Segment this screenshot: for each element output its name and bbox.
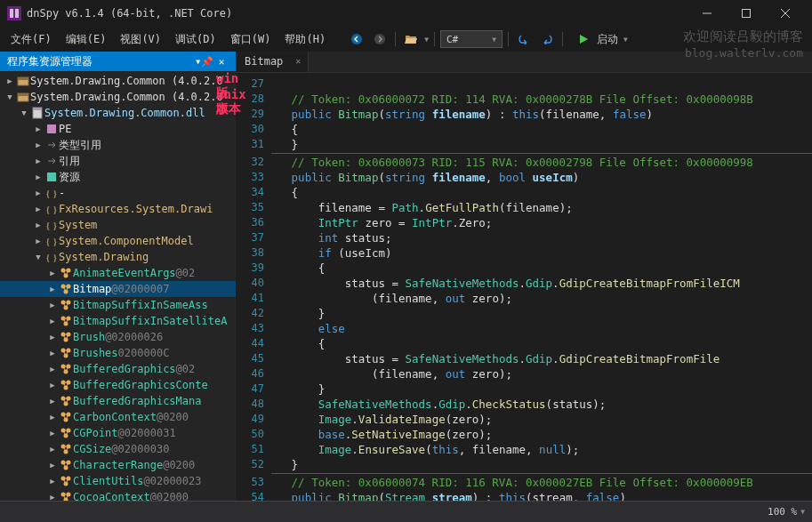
language-combo[interactable]: C#▼ [440, 30, 502, 48]
tree-node[interactable]: ▶BitmapSuffixInSatelliteA [0, 313, 236, 329]
start-label: 启动 [597, 32, 618, 47]
undo-button[interactable] [514, 29, 534, 49]
ref-icon [44, 139, 59, 151]
expand-icon[interactable]: ▶ [46, 285, 59, 293]
tree-label: System.Drawing [59, 251, 149, 263]
expand-icon[interactable]: ▶ [32, 124, 44, 133]
tree-node[interactable]: ▶类型引用 [0, 137, 236, 153]
tree-node[interactable]: ▶Brush @02000026 [0, 329, 236, 345]
expand-icon[interactable]: ▶ [32, 221, 44, 229]
start-button[interactable] [574, 29, 593, 49]
expand-icon[interactable]: ▶ [46, 365, 59, 373]
expand-icon[interactable]: ▶ [46, 349, 59, 357]
tree-node[interactable]: ▶BufferedGraphicsConte [0, 377, 236, 393]
tree-node[interactable]: ▶CharacterRange @0200 [0, 457, 236, 473]
expand-icon[interactable]: ▶ [32, 205, 44, 213]
expand-icon[interactable]: ▼ [32, 253, 44, 261]
back-button[interactable] [347, 29, 366, 49]
expand-icon[interactable]: ▶ [46, 429, 59, 438]
tree-label: CocoaContext [73, 491, 150, 501]
tree-view[interactable]: ▶System.Drawing.Common (4.0.2.0▼System.D… [0, 71, 236, 501]
pe-icon [44, 123, 59, 135]
cls-icon [59, 395, 73, 407]
tree-node[interactable]: ▶BitmapSuffixInSameAss [0, 297, 236, 313]
expand-icon[interactable]: ▶ [46, 333, 59, 341]
expand-icon[interactable]: ▶ [46, 461, 59, 470]
tree-node[interactable]: ▶{ }FxResources.System.Drawi [0, 201, 236, 217]
close-button[interactable] [766, 0, 805, 27]
tab-bitmap[interactable]: Bitmap✕ [236, 52, 309, 72]
toolbar: ▼ C#▼ 启动 ▼ [347, 29, 628, 49]
tree-node[interactable]: ▼{ }System.Drawing [0, 249, 236, 265]
tree-node[interactable]: ▶资源 [0, 169, 236, 185]
tree-node[interactable]: ▼System.Drawing.Common (4.0.2.0 [0, 89, 236, 105]
expand-icon[interactable]: ▶ [46, 269, 59, 277]
menu-item[interactable]: 窗口(W) [223, 28, 278, 51]
zoom-indicator[interactable]: 100 %▼ [768, 506, 805, 518]
cls-icon [59, 491, 73, 501]
tree-node[interactable]: ▶BufferedGraphicsMana [0, 393, 236, 409]
tree-node[interactable]: ▶Bitmap @02000007 [0, 281, 236, 297]
menu-item[interactable]: 编辑(E) [59, 28, 114, 51]
cls-icon [59, 283, 73, 295]
tree-node[interactable]: ▶Brushes 0200000C [0, 345, 236, 361]
redo-button[interactable] [537, 29, 557, 49]
menu-item[interactable]: 帮助(H) [277, 28, 333, 51]
tree-node[interactable]: ▶ClientUtils @02000023 [0, 473, 236, 489]
tree-node[interactable]: ▶CarbonContext @0200 [0, 409, 236, 425]
tree-node[interactable]: ▶{ }System.ComponentModel [0, 233, 236, 249]
code-area[interactable]: 2728293031323334353637383940414243444546… [236, 73, 812, 501]
tree-node[interactable]: ▼System.Drawing.Common.dll [0, 105, 236, 121]
pin-icon[interactable]: 📌 [200, 56, 214, 68]
tree-node[interactable]: ▶BufferedGraphics @02 [0, 361, 236, 377]
title-bar: dnSpy v6.1.4 (64-bit, .NET Core) [0, 0, 812, 27]
minimize-button[interactable] [687, 0, 727, 27]
panel-close-icon[interactable]: ✕ [214, 56, 229, 68]
expand-icon[interactable]: ▶ [46, 445, 59, 454]
expand-icon[interactable]: ▼ [4, 92, 16, 101]
expand-icon[interactable]: ▼ [18, 108, 30, 117]
code-content[interactable]: // Token: 0x06000072 RID: 114 RVA: 0x000… [271, 73, 812, 501]
expand-icon[interactable]: ▶ [46, 397, 59, 406]
tree-label: CGPoint [73, 427, 118, 439]
tree-label: 类型引用 [59, 138, 101, 153]
cls-icon [59, 331, 73, 343]
expand-icon[interactable]: ▶ [46, 317, 59, 325]
tree-label: Bitmap [73, 283, 111, 295]
tree-node[interactable]: ▶引用 [0, 153, 236, 169]
tree-label: System.Drawing.Common (4.0.2.0 [30, 75, 223, 87]
forward-button[interactable] [370, 29, 390, 49]
tree-node[interactable]: ▶AnimateEventArgs @02 [0, 265, 236, 281]
expand-icon[interactable]: ▶ [46, 301, 59, 309]
expand-icon[interactable]: ▶ [46, 477, 59, 486]
expand-icon[interactable]: ▶ [46, 413, 59, 422]
dll-icon [30, 107, 44, 119]
expand-icon[interactable]: ▶ [32, 173, 44, 181]
expand-icon[interactable]: ▶ [46, 493, 59, 501]
menu-item[interactable]: 文件(F) [4, 28, 59, 51]
menu-item[interactable]: 视图(V) [113, 28, 168, 51]
tree-label: ClientUtils [73, 475, 143, 487]
expand-icon[interactable]: ▶ [32, 141, 44, 149]
tree-node[interactable]: ▶{ }- [0, 185, 236, 201]
expand-icon[interactable]: ▶ [32, 189, 44, 197]
tree-label: - [59, 187, 65, 199]
tree-node[interactable]: ▶CocoaContext @02000 [0, 489, 236, 501]
cls-icon [59, 411, 73, 423]
tree-node[interactable]: ▶{ }System [0, 217, 236, 233]
cls-icon [59, 299, 73, 311]
maximize-button[interactable] [727, 0, 766, 27]
tree-node[interactable]: ▶PE [0, 121, 236, 137]
open-button[interactable] [401, 29, 421, 49]
cls-icon [59, 347, 73, 359]
tree-node[interactable]: ▶CGSize @02000030 [0, 441, 236, 457]
expand-icon[interactable]: ▶ [46, 381, 59, 389]
expand-icon[interactable]: ▶ [32, 157, 44, 165]
svg-rect-1 [743, 10, 751, 18]
expand-icon[interactable]: ▶ [4, 76, 16, 85]
menu-item[interactable]: 调试(D) [168, 28, 223, 51]
res-icon [44, 171, 59, 183]
tree-node[interactable]: ▶System.Drawing.Common (4.0.2.0 [0, 73, 236, 89]
tree-node[interactable]: ▶CGPoint @02000031 [0, 425, 236, 441]
expand-icon[interactable]: ▶ [32, 237, 44, 245]
